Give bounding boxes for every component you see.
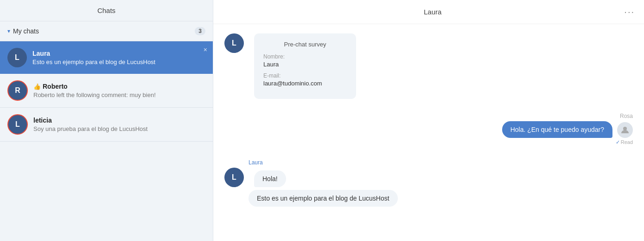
chats-title: Chats (97, 7, 115, 14)
outgoing-bubble: Hola. ¿En qué te puedo ayudar? (502, 121, 612, 138)
chat-content-laura: Laura Esto es un ejemplo para el blog de… (32, 50, 205, 65)
chat-name-roberto: 👍Roberto (33, 83, 205, 90)
incoming-bubble-1: Hola! (254, 170, 286, 187)
chat-content-leticia: leticia Soy una prueba para el blog de L… (33, 117, 205, 132)
chat-name-leticia: leticia (33, 117, 205, 124)
svg-point-0 (623, 127, 627, 130)
agent-avatar (617, 122, 633, 138)
chat-area: L Pre-chat survey Nombre: Laura E-mail: … (213, 24, 644, 241)
my-chats-section[interactable]: ▾ My chats 3 (0, 21, 213, 41)
chat-preview-leticia: Soy una prueba para el blog de LucusHost (33, 125, 205, 132)
avatar-laura-msg: L (224, 168, 244, 187)
msg-read-status: ✓Read (616, 139, 633, 145)
email-value: laura@tudominio.com (263, 80, 347, 87)
check-icon: ✓ (616, 139, 620, 145)
nombre-label: Nombre: (263, 53, 347, 60)
left-panel: Chats ▾ My chats 3 L Laura Esto es un ej… (0, 0, 213, 241)
pre-chat-card: Pre-chat survey Nombre: Laura E-mail: la… (254, 33, 356, 99)
more-options-button[interactable]: ··· (624, 7, 635, 17)
avatar-leticia: L (7, 114, 28, 135)
close-icon[interactable]: × (204, 46, 207, 53)
pre-chat-row: L Pre-chat survey Nombre: Laura E-mail: … (224, 33, 633, 99)
chat-preview-laura: Esto es un ejemplo para el blog de Lucus… (32, 59, 205, 65)
chat-name-laura: Laura (32, 50, 205, 57)
outgoing-sender-label: Rosa (620, 113, 633, 119)
incoming-sender-label: Laura (249, 159, 263, 166)
email-label: E-mail: (263, 72, 347, 79)
avatar-laura: L (7, 48, 27, 67)
chevron-down-icon: ▾ (7, 28, 10, 34)
section-count: 3 (195, 27, 205, 35)
chat-preview-roberto: Roberto left the following comment: muy … (33, 91, 205, 98)
chat-item-laura[interactable]: L Laura Esto es un ejemplo para el blog … (0, 41, 213, 74)
chat-content-roberto: 👍Roberto Roberto left the following comm… (33, 83, 205, 98)
nombre-value: Laura (263, 61, 347, 68)
incoming-message: Laura L Hola! Esto es un ejemplo para el… (224, 159, 633, 207)
outgoing-row: Hola. ¿En qué te puedo ayudar? (502, 121, 633, 138)
incoming-bubble-2: Esto es un ejemplo para el blog de Lucus… (249, 190, 398, 207)
outgoing-message: Rosa Hola. ¿En qué te puedo ayudar? ✓Rea… (224, 113, 633, 145)
pre-chat-title: Pre-chat survey (263, 41, 347, 48)
avatar-laura-chat: L (224, 33, 244, 53)
incoming-row: L Hola! (224, 168, 286, 187)
thumbs-up-icon: 👍 (33, 83, 41, 90)
chat-item-leticia[interactable]: L leticia Soy una prueba para el blog de… (0, 108, 213, 142)
right-header: Laura ··· (213, 0, 644, 24)
chats-header: Chats (0, 0, 213, 21)
chat-item-roberto[interactable]: R 👍Roberto Roberto left the following co… (0, 74, 213, 108)
section-label: My chats (13, 27, 195, 35)
avatar-roberto: R (7, 80, 28, 101)
right-header-title: Laura (241, 8, 624, 16)
right-panel: Laura ··· L Pre-chat survey Nombre: Laur… (213, 0, 644, 241)
